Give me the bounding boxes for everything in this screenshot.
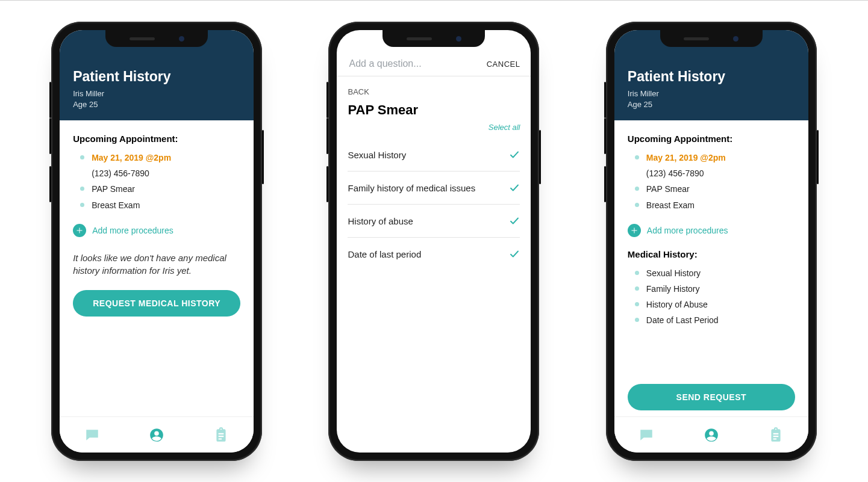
- question-item[interactable]: Sexual History: [348, 138, 520, 171]
- check-icon: [509, 149, 520, 160]
- phone-mockup-2: CANCEL BACK PAP Smear Select all Sexual …: [328, 22, 539, 461]
- screen-3: Patient History Iris Miller Age 25 Upcom…: [614, 30, 808, 453]
- appointment-date: May 21, 2019 @2pm: [646, 152, 726, 163]
- medical-item: Date of Last Period: [646, 315, 719, 326]
- list-item: May 21, 2019 @2pm: [628, 150, 795, 165]
- procedure-name: PAP Smear: [92, 184, 135, 194]
- tab-profile[interactable]: [703, 427, 720, 443]
- select-all-button[interactable]: Select all: [337, 119, 531, 138]
- list-item: Breast Exam: [628, 197, 795, 213]
- appointment-date: May 21, 2019 @2pm: [92, 152, 171, 163]
- empty-state-message: It looks like we don't have any medical …: [73, 252, 240, 277]
- list-item: May 21, 2019 @2pm: [73, 150, 240, 165]
- tab-chat[interactable]: [638, 427, 655, 443]
- add-more-procedures-button[interactable]: Add more procedures: [73, 220, 240, 246]
- clipboard-icon: [213, 427, 229, 443]
- add-more-label: Add more procedures: [647, 226, 728, 235]
- list-item: Family History: [628, 281, 795, 297]
- patient-age: Age 25: [73, 99, 240, 110]
- upcoming-appointment-label: Upcoming Appointment:: [628, 134, 795, 144]
- chat-icon: [639, 427, 654, 443]
- question-label: Family history of medical issues: [348, 183, 475, 193]
- question-item[interactable]: History of abuse: [348, 205, 520, 238]
- appointment-phone: (123) 456-7890: [92, 168, 149, 179]
- profile-icon: [704, 427, 719, 443]
- question-label: Date of last period: [348, 249, 421, 259]
- tab-profile[interactable]: [148, 427, 165, 443]
- patient-name: Iris Miller: [628, 88, 795, 99]
- phone-mockup-3: Patient History Iris Miller Age 25 Upcom…: [606, 22, 817, 461]
- plus-icon: [73, 224, 86, 237]
- medical-history-list: Sexual History Family History History of…: [628, 265, 795, 329]
- notch: [105, 30, 208, 47]
- appointment-list: May 21, 2019 @2pm (123) 456-7890 PAP Sme…: [628, 150, 795, 213]
- tab-chat[interactable]: [84, 427, 101, 443]
- tab-clipboard[interactable]: [213, 427, 229, 443]
- check-icon: [509, 182, 520, 193]
- check-icon: [509, 249, 520, 259]
- tab-clipboard[interactable]: [767, 427, 784, 443]
- medical-history-label: Medical History:: [628, 249, 795, 259]
- list-item: (123) 456-7890: [628, 165, 795, 181]
- question-list: Sexual History Family history of medical…: [337, 138, 531, 270]
- question-item[interactable]: Date of last period: [348, 238, 520, 270]
- notch: [382, 30, 485, 47]
- list-item: Sexual History: [628, 265, 795, 281]
- question-label: Sexual History: [348, 150, 406, 160]
- add-more-label: Add more procedures: [92, 226, 173, 235]
- upcoming-appointment-label: Upcoming Appointment:: [73, 134, 240, 144]
- medical-item: Family History: [646, 283, 700, 294]
- tab-bar: [60, 416, 254, 453]
- appointment-list: May 21, 2019 @2pm (123) 456-7890 PAP Sme…: [73, 150, 240, 213]
- page-title: Patient History: [73, 69, 240, 85]
- profile-icon: [149, 427, 164, 443]
- cancel-button[interactable]: CANCEL: [487, 60, 520, 69]
- list-item: PAP Smear: [73, 181, 240, 197]
- list-item: PAP Smear: [628, 181, 795, 197]
- back-button[interactable]: BACK: [337, 76, 531, 96]
- request-medical-history-button[interactable]: REQUEST MEDICAL HISTORY: [73, 290, 240, 317]
- select-all-label: Select all: [489, 123, 520, 132]
- appointment-phone: (123) 456-7890: [646, 168, 704, 179]
- send-request-button[interactable]: SEND REQUEST: [628, 384, 795, 410]
- list-item: History of Abuse: [628, 297, 795, 312]
- procedure-name: Breast Exam: [646, 200, 695, 211]
- patient-name: Iris Miller: [73, 88, 240, 99]
- page-title: Patient History: [628, 69, 795, 85]
- notch: [660, 30, 763, 47]
- list-item: Date of Last Period: [628, 312, 795, 328]
- clipboard-icon: [768, 427, 784, 443]
- check-icon: [509, 215, 520, 226]
- procedure-name: Breast Exam: [92, 200, 140, 211]
- chat-icon: [84, 427, 100, 443]
- medical-item: History of Abuse: [646, 299, 708, 310]
- patient-age: Age 25: [628, 99, 795, 110]
- add-more-procedures-button[interactable]: Add more procedures: [628, 220, 795, 246]
- question-item[interactable]: Family history of medical issues: [348, 171, 520, 205]
- medical-item: Sexual History: [646, 268, 701, 279]
- plus-icon: [628, 224, 641, 237]
- screen-2: CANCEL BACK PAP Smear Select all Sexual …: [337, 30, 531, 453]
- list-item: (123) 456-7890: [73, 165, 240, 181]
- tab-bar: [614, 416, 808, 453]
- add-question-input[interactable]: [348, 58, 486, 70]
- list-item: Breast Exam: [73, 197, 240, 213]
- question-label: History of abuse: [348, 216, 413, 226]
- screen-1: Patient History Iris Miller Age 25 Upcom…: [60, 30, 254, 453]
- question-category-title: PAP Smear: [348, 102, 418, 118]
- procedure-name: PAP Smear: [646, 184, 690, 194]
- phone-mockup-1: Patient History Iris Miller Age 25 Upcom…: [51, 22, 262, 461]
